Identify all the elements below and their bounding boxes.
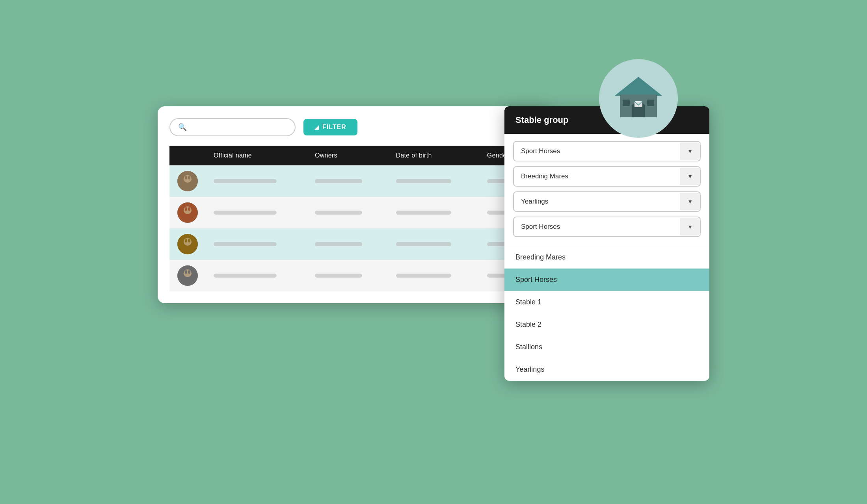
select-value: Sport Horses — [514, 142, 680, 161]
filter-icon: ◢ — [314, 124, 319, 130]
table-header-row: Official name Owners Date of birth Gende… — [169, 146, 540, 165]
stable-group-select[interactable]: Sport Horses ▼ — [513, 217, 701, 237]
cell-data — [388, 165, 479, 197]
chevron-down-icon[interactable]: ▼ — [680, 168, 700, 185]
filter-button[interactable]: ◢ FILTER — [303, 119, 357, 135]
toolbar: 🔍 ◢ FILTER — [169, 118, 540, 136]
cell-data — [206, 228, 307, 260]
svg-point-24 — [188, 270, 190, 274]
dropdown-list-item[interactable]: Sport Horses — [504, 269, 709, 291]
cell-data — [307, 228, 388, 260]
avatar — [177, 171, 198, 191]
cell-avatar — [169, 165, 206, 197]
horses-table: Official name Owners Date of birth Gende… — [169, 146, 540, 291]
avatar — [177, 202, 198, 223]
col-official-name: Official name — [206, 146, 307, 165]
cell-data — [388, 197, 479, 228]
avatar — [177, 265, 198, 286]
stable-group-title: Stable group — [515, 115, 568, 125]
cell-data — [206, 260, 307, 291]
cell-data — [388, 228, 479, 260]
svg-point-18 — [185, 239, 187, 243]
cell-avatar — [169, 197, 206, 228]
svg-point-12 — [184, 206, 192, 214]
stable-group-dropdown-list: Breeding MaresSport HorsesStable 1Stable… — [504, 246, 709, 381]
svg-point-14 — [188, 207, 190, 211]
svg-point-9 — [188, 176, 190, 180]
search-box[interactable]: 🔍 — [169, 118, 296, 136]
col-dob: Date of birth — [388, 146, 479, 165]
stable-group-panel: Stable group Sport Horses ▼Breeding Mare… — [504, 106, 709, 381]
svg-rect-3 — [647, 100, 654, 106]
svg-point-13 — [185, 207, 187, 211]
stable-group-select[interactable]: Sport Horses ▼ — [513, 141, 701, 161]
svg-point-22 — [184, 269, 192, 277]
avatar — [177, 234, 198, 254]
stable-group-selects: Sport Horses ▼Breeding Mares ▼Yearlings … — [504, 134, 709, 244]
svg-rect-2 — [623, 100, 630, 106]
main-panel: 🔍 ◢ FILTER Official name Owners Date of … — [158, 106, 552, 303]
barn-logo-circle — [599, 59, 678, 138]
dropdown-list-item[interactable]: Stable 2 — [504, 313, 709, 336]
svg-point-7 — [184, 175, 192, 183]
table-row — [169, 228, 540, 260]
dropdown-list-item[interactable]: Breeding Mares — [504, 246, 709, 269]
cell-avatar — [169, 228, 206, 260]
cell-data — [206, 165, 307, 197]
svg-marker-0 — [615, 77, 662, 96]
search-icon: 🔍 — [178, 123, 187, 132]
col-avatar — [169, 146, 206, 165]
table-row — [169, 260, 540, 291]
dropdown-list-item[interactable]: Stable 1 — [504, 291, 709, 313]
cell-data — [307, 197, 388, 228]
cell-avatar — [169, 260, 206, 291]
stable-group-select[interactable]: Yearlings ▼ — [513, 191, 701, 212]
select-value: Breeding Mares — [514, 167, 680, 186]
cell-data — [307, 165, 388, 197]
chevron-down-icon[interactable]: ▼ — [680, 193, 700, 210]
cell-data — [307, 260, 388, 291]
filter-label: FILTER — [322, 124, 346, 131]
cell-data — [388, 260, 479, 291]
svg-point-23 — [185, 270, 187, 274]
cell-data — [206, 197, 307, 228]
chevron-down-icon[interactable]: ▼ — [680, 143, 700, 160]
chevron-down-icon[interactable]: ▼ — [680, 218, 700, 235]
dropdown-list-item[interactable]: Stallions — [504, 336, 709, 358]
svg-point-17 — [184, 238, 192, 246]
stable-group-select[interactable]: Breeding Mares ▼ — [513, 166, 701, 187]
select-value: Yearlings — [514, 192, 680, 211]
col-owners: Owners — [307, 146, 388, 165]
svg-point-19 — [188, 239, 190, 243]
svg-point-8 — [185, 176, 187, 180]
barn-icon — [613, 73, 664, 124]
dropdown-list-item[interactable]: Yearlings — [504, 358, 709, 381]
table-row — [169, 165, 540, 197]
table-row — [169, 197, 540, 228]
search-input[interactable] — [191, 124, 287, 131]
select-value: Sport Horses — [514, 217, 680, 236]
